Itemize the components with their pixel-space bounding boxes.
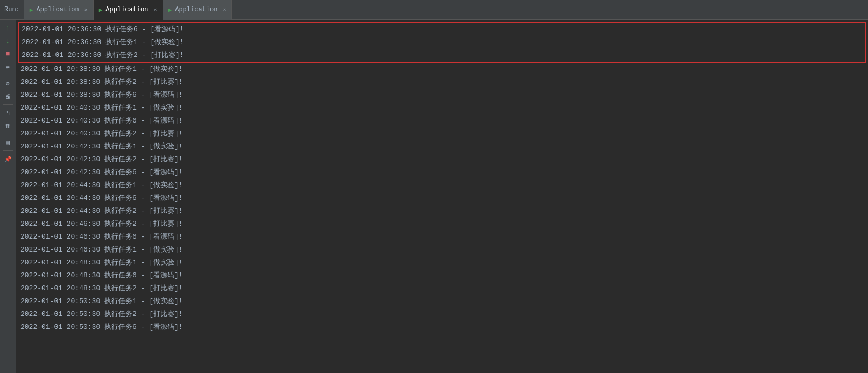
toolbar: ↑ ↓ ■ ⇌ ⊙ 🖨 ↰ 🗑 ▤ 📌 — [0, 20, 16, 373]
console-line: 2022-01-01 20:44:30 执行任务2 - [打比赛]! — [16, 205, 868, 218]
toolbar-divider-4 — [3, 150, 13, 151]
console-line: 2022-01-01 20:44:30 执行任务1 - [做实验]! — [16, 179, 868, 192]
console-line: 2022-01-01 20:38:30 执行任务1 - [做实验]! — [16, 63, 868, 76]
scroll-up-button[interactable]: ↑ — [2, 22, 14, 34]
console-line: 2022-01-01 20:36:30 执行任务1 - [做实验]! — [19, 36, 865, 49]
console-line: 2022-01-01 20:48:30 执行任务1 - [做实验]! — [16, 256, 868, 269]
console-line: 2022-01-01 20:48:30 执行任务2 - [打比赛]! — [16, 282, 868, 295]
console-line: 2022-01-01 20:42:30 执行任务1 - [做实验]! — [16, 140, 868, 153]
console-line: 2022-01-01 20:42:30 执行任务6 - [看源码]! — [16, 166, 868, 179]
tab-label-3: Application — [175, 6, 217, 13]
console-line: 2022-01-01 20:38:30 执行任务2 - [打比赛]! — [16, 76, 868, 89]
toolbar-divider-2 — [3, 104, 13, 105]
tab-icon-2: ▶ — [99, 6, 103, 13]
console-line: 2022-01-01 20:50:30 执行任务1 - [做实验]! — [16, 295, 868, 308]
print-button[interactable]: 🖨 — [2, 90, 14, 102]
layout-button[interactable]: ▤ — [2, 137, 14, 148]
tab-label-1: Application — [36, 6, 79, 13]
tab-close-1[interactable]: ✕ — [84, 6, 88, 13]
main-area: ↑ ↓ ■ ⇌ ⊙ 🖨 ↰ 🗑 ▤ 📌 2022-01-01 20:36:30 … — [0, 20, 868, 373]
console-line: 2022-01-01 20:50:30 执行任务2 - [打比赛]! — [16, 308, 868, 321]
tab-application-2[interactable]: ▶ Application ✕ — [94, 0, 163, 20]
console-line: 2022-01-01 20:48:30 执行任务6 - [看源码]! — [16, 269, 868, 282]
highlighted-group: 2022-01-01 20:36:30 执行任务6 - [看源码]!2022-0… — [18, 22, 866, 63]
tab-application-3[interactable]: ▶ Application ✕ — [163, 0, 232, 20]
console-line: 2022-01-01 20:44:30 执行任务6 - [看源码]! — [16, 192, 868, 205]
console-line: 2022-01-01 20:46:30 执行任务2 - [打比赛]! — [16, 218, 868, 231]
stop-button[interactable]: ■ — [2, 48, 14, 60]
console-line: 2022-01-01 20:46:30 执行任务6 - [看源码]! — [16, 231, 868, 243]
console-line: 2022-01-01 20:46:30 执行任务1 - [做实验]! — [16, 243, 868, 256]
restore-button[interactable]: ↰ — [2, 107, 14, 119]
tab-label-2: Application — [105, 6, 148, 13]
tab-icon-1: ▶ — [30, 6, 33, 13]
console-line: 2022-01-01 20:40:30 执行任务2 - [打比赛]! — [16, 127, 868, 140]
console-output[interactable]: 2022-01-01 20:36:30 执行任务6 - [看源码]!2022-0… — [16, 20, 868, 373]
run-label: Run: — [0, 6, 24, 13]
tab-bar: Run: ▶ Application ✕ ▶ Application ✕ ▶ A… — [0, 0, 868, 20]
tab-application-1[interactable]: ▶ Application ✕ — [24, 0, 94, 20]
console-line: 2022-01-01 20:40:30 执行任务1 - [做实验]! — [16, 102, 868, 114]
delete-button[interactable]: 🗑 — [2, 120, 14, 132]
console-line: 2022-01-01 20:36:30 执行任务2 - [打比赛]! — [19, 49, 865, 62]
tab-close-3[interactable]: ✕ — [223, 6, 226, 13]
scroll-down-button[interactable]: ↓ — [2, 35, 14, 47]
tab-close-2[interactable]: ✕ — [154, 6, 157, 13]
snapshot-button[interactable]: ⊙ — [2, 77, 14, 89]
console-line: 2022-01-01 20:42:30 执行任务2 - [打比赛]! — [16, 153, 868, 166]
pin-button[interactable]: 📌 — [2, 153, 14, 165]
console-line: 2022-01-01 20:40:30 执行任务6 - [看源码]! — [16, 114, 868, 127]
console-line: 2022-01-01 20:50:30 执行任务6 - [看源码]! — [16, 321, 868, 334]
toolbar-divider-1 — [3, 75, 13, 75]
console-line: 2022-01-01 20:38:30 执行任务6 - [看源码]! — [16, 89, 868, 102]
tab-icon-3: ▶ — [168, 6, 172, 13]
rerun-button[interactable]: ⇌ — [2, 61, 14, 73]
toolbar-divider-3 — [3, 134, 13, 134]
console-line: 2022-01-01 20:36:30 执行任务6 - [看源码]! — [19, 23, 865, 36]
